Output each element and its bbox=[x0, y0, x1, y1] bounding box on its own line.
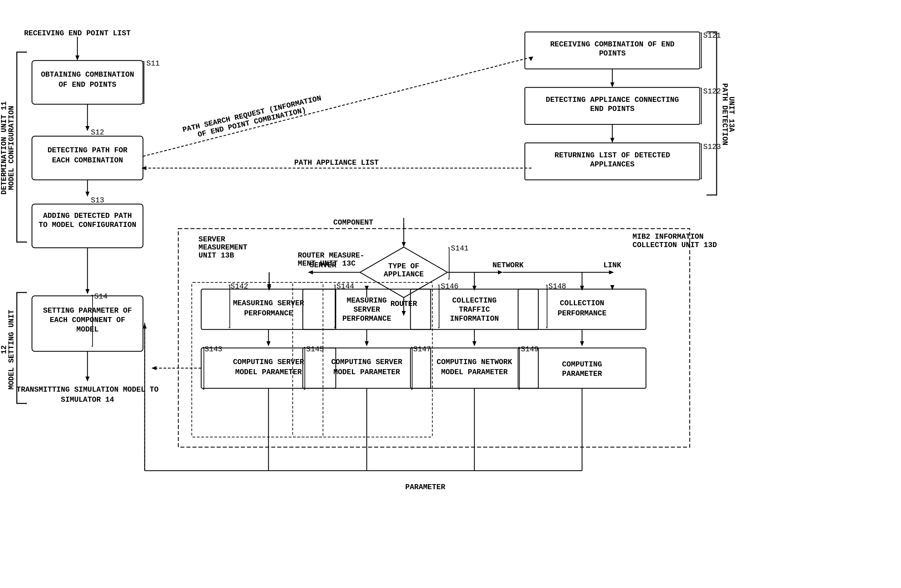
svg-text:MEASURING: MEASURING bbox=[347, 297, 387, 305]
svg-text:UNIT 13A: UNIT 13A bbox=[727, 96, 736, 132]
svg-marker-26 bbox=[86, 376, 89, 381]
svg-text:PARAMETER: PARAMETER bbox=[562, 370, 603, 378]
svg-text:TO MODEL CONFIGURATION: TO MODEL CONFIGURATION bbox=[39, 221, 136, 229]
svg-marker-138 bbox=[365, 286, 369, 291]
svg-text:COMPUTING NETWORK: COMPUTING NETWORK bbox=[437, 358, 513, 366]
svg-marker-47 bbox=[610, 138, 614, 143]
svg-text:MEASUREMENT: MEASUREMENT bbox=[198, 243, 247, 252]
svg-text:COMPUTING SERVER: COMPUTING SERVER bbox=[233, 358, 304, 366]
svg-text:MODEL: MODEL bbox=[76, 325, 98, 334]
svg-text:S147: S147 bbox=[413, 345, 431, 354]
svg-text:OF END POINTS: OF END POINTS bbox=[59, 81, 116, 89]
svg-text:LINK: LINK bbox=[603, 261, 622, 270]
svg-text:RECEIVING COMBINATION OF END: RECEIVING COMBINATION OF END bbox=[550, 40, 675, 49]
svg-marker-67 bbox=[498, 270, 503, 274]
svg-marker-136 bbox=[580, 286, 584, 291]
svg-text:COLLECTION: COLLECTION bbox=[560, 299, 604, 308]
svg-text:S145: S145 bbox=[306, 345, 324, 354]
svg-marker-102 bbox=[472, 341, 476, 346]
svg-text:TYPE OF: TYPE OF bbox=[388, 262, 419, 271]
svg-text:MODEL PARAMETER: MODEL PARAMETER bbox=[334, 368, 401, 376]
svg-text:ADDING DETECTED PATH: ADDING DETECTED PATH bbox=[43, 212, 132, 220]
svg-marker-130 bbox=[151, 366, 156, 370]
svg-text:PERFORMANCE: PERFORMANCE bbox=[558, 309, 606, 318]
svg-text:MENT UNIT 13C: MENT UNIT 13C bbox=[298, 260, 355, 268]
svg-text:S13: S13 bbox=[91, 196, 104, 205]
svg-marker-34 bbox=[141, 166, 147, 170]
svg-text:DETERMINATION UNIT 11: DETERMINATION UNIT 11 bbox=[0, 101, 8, 194]
svg-marker-139 bbox=[267, 286, 271, 291]
svg-text:INFORMATION: INFORMATION bbox=[450, 315, 499, 323]
svg-marker-30 bbox=[529, 56, 533, 61]
svg-text:S149: S149 bbox=[521, 345, 539, 354]
svg-text:COMPUTING SERVER: COMPUTING SERVER bbox=[331, 358, 402, 366]
svg-marker-42 bbox=[610, 82, 614, 87]
svg-text:TRAFFIC: TRAFFIC bbox=[459, 306, 490, 314]
svg-text:12: 12 bbox=[0, 345, 8, 354]
svg-text:COLLECTING: COLLECTING bbox=[452, 297, 497, 305]
svg-text:PATH APPLIANCE LIST: PATH APPLIANCE LIST bbox=[295, 159, 379, 167]
svg-text:COMPONENT: COMPONENT bbox=[334, 219, 373, 227]
svg-text:DETECTING PATH FOR: DETECTING PATH FOR bbox=[47, 146, 128, 155]
svg-text:MODEL SETTING UNIT: MODEL SETTING UNIT bbox=[8, 310, 16, 390]
svg-text:MODEL CONFIGURATION: MODEL CONFIGURATION bbox=[8, 106, 16, 190]
svg-line-29 bbox=[143, 57, 532, 156]
svg-text:DETECTING APPLIANCE CONNECTING: DETECTING APPLIANCE CONNECTING bbox=[546, 96, 679, 104]
svg-text:MIB2 INFORMATION: MIB2 INFORMATION bbox=[633, 233, 703, 241]
svg-text:S122: S122 bbox=[703, 87, 721, 96]
svg-marker-20 bbox=[86, 289, 89, 294]
svg-text:MODEL PARAMETER: MODEL PARAMETER bbox=[235, 368, 302, 376]
svg-text:PERFORMANCE: PERFORMANCE bbox=[244, 309, 293, 318]
svg-marker-15 bbox=[86, 191, 89, 197]
svg-text:SERVER: SERVER bbox=[198, 235, 225, 244]
svg-text:S141: S141 bbox=[451, 244, 469, 253]
svg-text:EACH COMBINATION: EACH COMBINATION bbox=[52, 156, 123, 165]
svg-text:APPLIANCES: APPLIANCES bbox=[590, 160, 634, 169]
receiving-end-point-list-label: RECEIVING END POINT LIST bbox=[24, 29, 131, 38]
svg-marker-137 bbox=[472, 286, 476, 291]
svg-text:END POINTS: END POINTS bbox=[590, 105, 634, 113]
svg-text:TRANSMITTING SIMULATION MODEL : TRANSMITTING SIMULATION MODEL TO bbox=[17, 386, 159, 394]
svg-text:SIMULATOR 14: SIMULATOR 14 bbox=[61, 396, 114, 404]
svg-marker-61 bbox=[308, 270, 313, 274]
svg-text:SERVER: SERVER bbox=[353, 306, 380, 314]
svg-text:COLLECTION UNIT 13D: COLLECTION UNIT 13D bbox=[633, 241, 717, 249]
svg-text:RETURNING LIST OF DETECTED: RETURNING LIST OF DETECTED bbox=[555, 151, 670, 160]
svg-marker-93 bbox=[365, 341, 369, 346]
svg-text:S123: S123 bbox=[703, 143, 721, 151]
svg-text:MODEL PARAMETER: MODEL PARAMETER bbox=[441, 368, 508, 376]
svg-marker-64 bbox=[402, 311, 406, 316]
svg-text:S11: S11 bbox=[147, 59, 160, 68]
svg-marker-10 bbox=[86, 126, 89, 131]
svg-text:PERFORMANCE: PERFORMANCE bbox=[342, 315, 391, 323]
diagram-container: text { font-family: 'Courier New', Couri… bbox=[0, 0, 901, 588]
svg-text:APPLIANCE: APPLIANCE bbox=[384, 270, 424, 279]
svg-text:UNIT 13B: UNIT 13B bbox=[198, 252, 234, 260]
svg-text:EACH COMPONENT OF: EACH COMPONENT OF bbox=[50, 316, 125, 324]
svg-marker-55 bbox=[402, 242, 406, 247]
svg-text:OBTAINING COMBINATION: OBTAINING COMBINATION bbox=[41, 71, 134, 79]
svg-text:SETTING PARAMETER OF: SETTING PARAMETER OF bbox=[43, 306, 132, 315]
svg-text:POINTS: POINTS bbox=[599, 50, 625, 58]
svg-text:ROUTER MEASURE-: ROUTER MEASURE- bbox=[298, 252, 364, 260]
svg-text:NETWORK: NETWORK bbox=[493, 261, 524, 270]
svg-text:S143: S143 bbox=[204, 345, 222, 354]
svg-marker-84 bbox=[267, 341, 271, 346]
svg-marker-70 bbox=[609, 270, 614, 274]
svg-marker-112 bbox=[580, 341, 584, 346]
svg-text:S14: S14 bbox=[94, 292, 108, 301]
svg-marker-5 bbox=[75, 56, 80, 61]
svg-text:MEASURING SERVER: MEASURING SERVER bbox=[233, 299, 304, 308]
svg-text:S12: S12 bbox=[91, 128, 104, 137]
svg-text:PARAMETER: PARAMETER bbox=[405, 483, 446, 492]
svg-text:S121: S121 bbox=[703, 32, 721, 40]
svg-text:COMPUTING: COMPUTING bbox=[562, 360, 602, 369]
